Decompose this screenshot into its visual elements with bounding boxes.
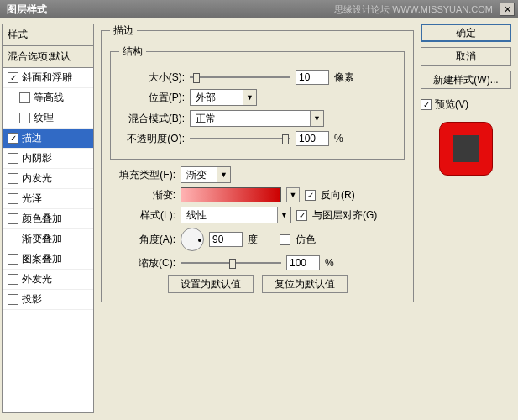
style-label: 内发光	[22, 171, 52, 186]
style-item[interactable]: 等高线	[3, 88, 93, 108]
settings-panel: 描边 结构 大小(S): 像素 位置(P): 外部▼ 混合模式(B): 正常▼	[101, 24, 414, 413]
blendmode-dropdown[interactable]: 正常▼	[190, 110, 324, 127]
structure-fieldset: 结构 大小(S): 像素 位置(P): 外部▼ 混合模式(B): 正常▼ 不透明…	[110, 45, 405, 160]
chevron-down-icon: ▼	[277, 207, 290, 223]
style-item[interactable]: 渐变叠加	[3, 229, 93, 249]
gradient-picker-dropdown[interactable]: ▼	[286, 187, 300, 202]
opacity-input[interactable]	[296, 131, 329, 146]
chevron-down-icon: ▼	[310, 111, 323, 126]
stroke-legend: 描边	[110, 24, 137, 38]
reset-default-button[interactable]: 复位为默认值	[262, 275, 348, 293]
opacity-unit: %	[334, 133, 343, 144]
style-label: 样式(L):	[110, 208, 175, 223]
style-item[interactable]: 外发光	[3, 270, 93, 290]
size-label: 大小(S):	[119, 71, 185, 85]
scale-unit: %	[325, 257, 334, 269]
dither-label: 仿色	[296, 233, 316, 247]
size-input[interactable]	[296, 70, 329, 85]
style-item[interactable]: 投影	[3, 290, 93, 310]
blendmode-label: 混合模式(B):	[119, 112, 185, 126]
style-item[interactable]: 内阴影	[3, 149, 93, 169]
title-bar: 图层样式 思缘设计论坛 WWW.MISSYUAN.COM ✕	[0, 0, 518, 18]
scale-slider[interactable]	[181, 257, 281, 269]
close-button[interactable]: ✕	[500, 3, 515, 16]
filltype-label: 填充类型(F):	[110, 168, 175, 182]
reverse-checkbox[interactable]: ✓	[305, 190, 316, 201]
style-label: 内阴影	[22, 151, 52, 165]
style-checkbox[interactable]	[8, 173, 18, 184]
styles-list: 样式 混合选项:默认 ✓斜面和浮雕等高线纹理✓描边内阴影内发光光泽颜色叠加渐变叠…	[2, 24, 94, 413]
style-checkbox[interactable]	[8, 193, 18, 204]
blend-options-item[interactable]: 混合选项:默认	[3, 46, 93, 68]
scale-input[interactable]	[286, 255, 320, 270]
style-item[interactable]: 图案叠加	[3, 249, 93, 270]
dither-checkbox[interactable]	[280, 234, 290, 245]
style-checkbox[interactable]	[19, 92, 30, 103]
style-label: 图案叠加	[22, 252, 62, 266]
style-label: 纹理	[34, 111, 54, 125]
style-checkbox[interactable]: ✓	[8, 72, 18, 83]
style-item[interactable]: 颜色叠加	[3, 209, 93, 229]
style-item[interactable]: ✓斜面和浮雕	[3, 68, 93, 88]
style-label: 颜色叠加	[22, 212, 62, 226]
opacity-slider[interactable]	[190, 133, 290, 144]
style-checkbox[interactable]	[8, 274, 18, 285]
preview-thumbnail	[439, 122, 493, 176]
style-checkbox[interactable]	[8, 153, 18, 164]
style-label: 渐变叠加	[22, 232, 62, 246]
style-item[interactable]: 纹理	[3, 108, 93, 129]
window-title: 图层样式	[7, 3, 334, 17]
structure-legend: 结构	[119, 45, 146, 59]
align-checkbox[interactable]: ✓	[296, 210, 307, 221]
dialog-buttons: 确定 取消 新建样式(W)... ✓ 预览(V)	[421, 24, 511, 413]
style-item[interactable]: 内发光	[3, 169, 93, 189]
size-slider[interactable]	[190, 71, 290, 83]
reverse-label: 反向(R)	[321, 188, 355, 202]
style-label: 斜面和浮雕	[22, 71, 72, 85]
style-label: 外发光	[22, 272, 52, 286]
style-label: 描边	[22, 131, 42, 145]
watermark-text: 思缘设计论坛 WWW.MISSYUAN.COM	[334, 3, 493, 16]
style-dropdown[interactable]: 线性▼	[181, 207, 291, 223]
preview-label: 预览(V)	[435, 97, 468, 112]
filltype-dropdown[interactable]: 渐变▼	[181, 166, 231, 183]
position-dropdown[interactable]: 外部▼	[190, 89, 257, 106]
style-label: 光泽	[22, 192, 42, 206]
opacity-label: 不透明度(O):	[119, 132, 185, 146]
preview-checkbox[interactable]: ✓	[421, 99, 432, 110]
style-checkbox[interactable]: ✓	[8, 133, 18, 144]
align-label: 与图层对齐(G)	[312, 208, 377, 223]
style-checkbox[interactable]	[8, 234, 18, 244]
style-label: 投影	[22, 292, 42, 307]
style-label: 等高线	[34, 91, 64, 105]
style-checkbox[interactable]	[8, 294, 18, 305]
chevron-down-icon: ▼	[217, 167, 230, 182]
style-checkbox[interactable]	[19, 113, 30, 123]
style-item[interactable]: 光泽	[3, 189, 93, 209]
style-checkbox[interactable]	[8, 213, 18, 224]
angle-label: 角度(A):	[110, 233, 175, 247]
angle-unit: 度	[248, 233, 258, 247]
styles-header[interactable]: 样式	[3, 24, 93, 46]
style-item[interactable]: ✓描边	[3, 129, 93, 149]
scale-label: 缩放(C):	[110, 256, 175, 270]
ok-button[interactable]: 确定	[421, 24, 511, 42]
chevron-down-icon: ▼	[243, 90, 256, 105]
set-default-button[interactable]: 设置为默认值	[168, 275, 254, 293]
new-style-button[interactable]: 新建样式(W)...	[421, 71, 511, 89]
stroke-fieldset: 描边 结构 大小(S): 像素 位置(P): 外部▼ 混合模式(B): 正常▼	[101, 24, 414, 302]
gradient-swatch[interactable]	[181, 187, 281, 202]
cancel-button[interactable]: 取消	[421, 47, 511, 66]
style-checkbox[interactable]	[8, 254, 18, 265]
angle-dial[interactable]	[181, 228, 204, 251]
position-label: 位置(P):	[119, 91, 185, 105]
angle-input[interactable]	[209, 232, 243, 247]
size-unit: 像素	[334, 71, 354, 85]
gradient-label: 渐变:	[110, 188, 175, 202]
